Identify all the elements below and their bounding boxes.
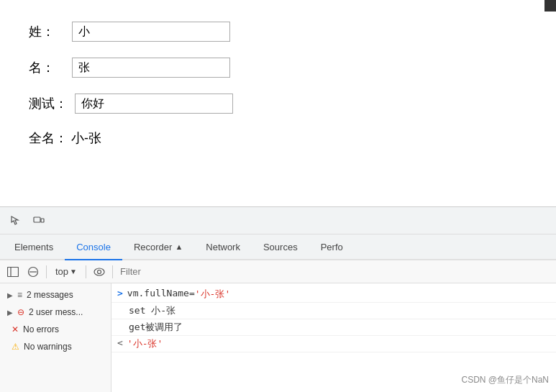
sidebar-user-messages[interactable]: ▶ ⊖ 2 user mess... [0, 304, 111, 321]
svg-point-6 [94, 268, 104, 275]
errors-label: No errors [23, 324, 59, 334]
eye-icon[interactable] [91, 263, 108, 281]
return-arrow-icon: < [117, 337, 123, 348]
devtools-panel: Elements Console Recorder ▲ Network Sour… [0, 206, 556, 392]
surname-label: 姓： [29, 23, 65, 40]
warnings-label: No warnings [24, 342, 72, 352]
console-line-4: < '小-张' [111, 336, 556, 352]
fullname-row: 全名： 小-张 [29, 129, 527, 147]
tab-sources[interactable]: Sources [252, 234, 309, 260]
test-input[interactable] [75, 94, 233, 114]
warning-icon: ⚠ [12, 342, 19, 352]
sidebar-warnings[interactable]: ⚠ No warnings [0, 338, 111, 355]
name-input[interactable] [72, 58, 230, 78]
context-selector[interactable]: top ▼ [51, 265, 81, 278]
console-text-2: set 小-张 [129, 304, 176, 317]
clear-console-icon[interactable] [24, 263, 42, 281]
console-line-3: get被调用了 [111, 319, 556, 336]
messages-label: 2 messages [27, 290, 73, 300]
sidebar-errors[interactable]: ✕ No errors [0, 321, 111, 338]
console-line-2: set 小-张 [111, 303, 556, 319]
toolbar-separator-3 [112, 265, 113, 278]
watermark: CSDN @鱼仔是个NaN [461, 374, 549, 386]
test-row: 测试： [29, 94, 527, 114]
device-toggle-icon[interactable] [29, 211, 49, 231]
console-text-1-string: '小-张' [195, 288, 230, 301]
devtools-tabs: Elements Console Recorder ▲ Network Sour… [0, 234, 556, 260]
filter-input[interactable] [117, 265, 552, 278]
toolbar-separator-2 [86, 265, 86, 278]
arrow-icon: ▶ [7, 291, 13, 299]
svg-rect-2 [8, 267, 19, 276]
devtools-topbar [0, 207, 556, 234]
surname-row: 姓： [29, 22, 527, 42]
console-line-1: > vm.fullName='小-张' [111, 286, 556, 303]
tab-elements[interactable]: Elements [3, 234, 65, 260]
prompt-icon-1: > [117, 288, 123, 298]
sidebar-messages[interactable]: ▶ ≡ 2 messages [0, 286, 111, 304]
recorder-icon: ▲ [175, 242, 183, 251]
toolbar-separator [46, 265, 47, 278]
console-text-1: vm.fullName= [127, 288, 195, 298]
name-row: 名： [29, 58, 527, 78]
console-text-4: '小-张' [127, 337, 163, 350]
top-label: top [55, 266, 68, 277]
user-messages-label: 2 user mess... [29, 307, 83, 317]
name-label: 名： [29, 59, 65, 76]
surname-input[interactable] [72, 22, 230, 42]
main-content: 姓： 名： 测试： 全名： 小-张 [0, 0, 556, 209]
error-icon: ✕ [12, 324, 19, 334]
user-icon: ⊖ [17, 307, 24, 317]
tab-recorder[interactable]: Recorder ▲ [122, 234, 194, 260]
tab-network[interactable]: Network [194, 234, 252, 260]
svg-point-7 [97, 270, 101, 273]
list-icon: ≡ [17, 290, 22, 300]
svg-rect-1 [41, 219, 44, 222]
console-text-3: get被调用了 [129, 321, 183, 334]
test-label: 测试： [29, 95, 68, 112]
arrow-icon-2: ▶ [7, 309, 13, 316]
watermark-text: CSDN @鱼仔是个NaN [461, 375, 549, 385]
sidebar-toggle-icon[interactable] [4, 263, 22, 281]
tab-performance[interactable]: Perfo [309, 234, 355, 260]
fullname-value: 小-张 [71, 131, 101, 145]
inspect-icon[interactable] [6, 211, 26, 231]
console-sidebar: ▶ ≡ 2 messages ▶ ⊖ 2 user mess... ✕ No e… [0, 283, 111, 392]
dark-corner [544, 0, 556, 12]
svg-rect-0 [34, 217, 40, 222]
fullname-label: 全名： [29, 131, 68, 145]
devtools-toolbar: top ▼ [0, 260, 556, 283]
tab-console[interactable]: Console [65, 234, 122, 260]
chevron-down-icon: ▼ [70, 268, 77, 275]
